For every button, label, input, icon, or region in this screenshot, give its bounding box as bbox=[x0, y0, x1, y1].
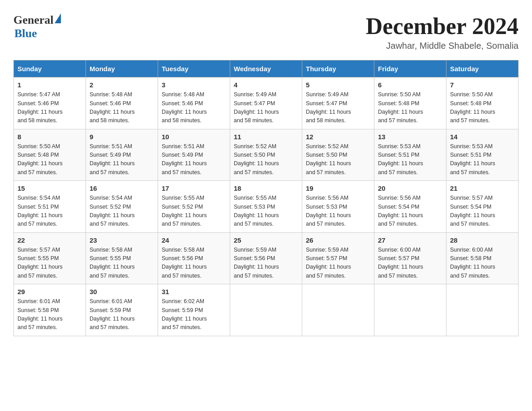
day-info: Sunrise: 5:49 AMSunset: 5:47 PMDaylight:… bbox=[234, 91, 279, 124]
day-info: Sunrise: 5:56 AMSunset: 5:54 PMDaylight:… bbox=[378, 195, 423, 227]
calendar-cell: 23 Sunrise: 5:58 AMSunset: 5:55 PMDaylig… bbox=[86, 232, 158, 284]
day-info: Sunrise: 6:02 AMSunset: 5:59 PMDaylight:… bbox=[162, 298, 207, 330]
day-number: 27 bbox=[378, 236, 442, 244]
calendar-week-row: 22 Sunrise: 5:57 AMSunset: 5:55 PMDaylig… bbox=[14, 232, 519, 284]
calendar-cell: 30 Sunrise: 6:01 AMSunset: 5:59 PMDaylig… bbox=[86, 284, 158, 336]
calendar-week-row: 1 Sunrise: 5:47 AMSunset: 5:46 PMDayligh… bbox=[14, 77, 519, 129]
day-info: Sunrise: 5:55 AMSunset: 5:52 PMDaylight:… bbox=[162, 195, 207, 227]
day-info: Sunrise: 5:52 AMSunset: 5:50 PMDaylight:… bbox=[306, 143, 351, 176]
day-number: 15 bbox=[17, 184, 82, 192]
calendar-cell: 17 Sunrise: 5:55 AMSunset: 5:52 PMDaylig… bbox=[158, 181, 230, 233]
day-number: 30 bbox=[90, 288, 154, 295]
day-info: Sunrise: 5:54 AMSunset: 5:51 PMDaylight:… bbox=[17, 195, 63, 227]
day-info: Sunrise: 5:59 AMSunset: 5:56 PMDaylight:… bbox=[234, 247, 279, 279]
title-section: December 2024 Jawhar, Middle Shabele, So… bbox=[366, 13, 519, 51]
calendar-cell: 24 Sunrise: 5:58 AMSunset: 5:56 PMDaylig… bbox=[158, 232, 230, 284]
day-number: 6 bbox=[378, 81, 442, 89]
calendar-cell: 20 Sunrise: 5:56 AMSunset: 5:54 PMDaylig… bbox=[374, 181, 446, 233]
calendar-cell: 31 Sunrise: 6:02 AMSunset: 5:59 PMDaylig… bbox=[158, 284, 230, 336]
day-info: Sunrise: 5:58 AMSunset: 5:56 PMDaylight:… bbox=[162, 247, 207, 279]
calendar-cell: 14 Sunrise: 5:53 AMSunset: 5:51 PMDaylig… bbox=[446, 129, 519, 181]
day-number: 29 bbox=[17, 288, 82, 295]
calendar-cell: 21 Sunrise: 5:57 AMSunset: 5:54 PMDaylig… bbox=[446, 181, 519, 233]
calendar-header-row: SundayMondayTuesdayWednesdayThursdayFrid… bbox=[14, 60, 519, 77]
day-number: 12 bbox=[306, 133, 370, 141]
day-info: Sunrise: 5:53 AMSunset: 5:51 PMDaylight:… bbox=[378, 143, 423, 176]
location-subtitle: Jawhar, Middle Shabele, Somalia bbox=[366, 41, 519, 51]
day-info: Sunrise: 5:50 AMSunset: 5:48 PMDaylight:… bbox=[17, 143, 63, 176]
calendar-cell: 29 Sunrise: 6:01 AMSunset: 5:58 PMDaylig… bbox=[14, 284, 86, 336]
column-header-friday: Friday bbox=[374, 60, 446, 77]
day-info: Sunrise: 6:01 AMSunset: 5:59 PMDaylight:… bbox=[90, 298, 135, 330]
day-number: 1 bbox=[17, 81, 82, 89]
day-info: Sunrise: 5:47 AMSunset: 5:46 PMDaylight:… bbox=[17, 91, 63, 124]
calendar-cell: 18 Sunrise: 5:55 AMSunset: 5:53 PMDaylig… bbox=[230, 181, 302, 233]
day-info: Sunrise: 5:48 AMSunset: 5:46 PMDaylight:… bbox=[162, 91, 207, 124]
day-number: 18 bbox=[234, 184, 298, 192]
month-title: December 2024 bbox=[366, 13, 519, 39]
calendar-cell: 27 Sunrise: 6:00 AMSunset: 5:57 PMDaylig… bbox=[374, 232, 446, 284]
calendar-cell: 10 Sunrise: 5:51 AMSunset: 5:49 PMDaylig… bbox=[158, 129, 230, 181]
calendar-cell bbox=[230, 284, 302, 336]
day-info: Sunrise: 5:50 AMSunset: 5:48 PMDaylight:… bbox=[450, 91, 495, 124]
calendar-cell: 8 Sunrise: 5:50 AMSunset: 5:48 PMDayligh… bbox=[14, 129, 86, 181]
day-number: 10 bbox=[162, 133, 226, 141]
column-header-thursday: Thursday bbox=[302, 60, 374, 77]
day-number: 22 bbox=[17, 236, 82, 244]
day-info: Sunrise: 5:55 AMSunset: 5:53 PMDaylight:… bbox=[234, 195, 279, 227]
day-info: Sunrise: 5:49 AMSunset: 5:47 PMDaylight:… bbox=[306, 91, 351, 124]
day-info: Sunrise: 5:54 AMSunset: 5:52 PMDaylight:… bbox=[90, 195, 135, 227]
column-header-wednesday: Wednesday bbox=[230, 60, 302, 77]
logo-triangle-icon bbox=[55, 13, 61, 23]
day-number: 9 bbox=[90, 133, 154, 141]
calendar-cell: 5 Sunrise: 5:49 AMSunset: 5:47 PMDayligh… bbox=[302, 77, 374, 129]
day-info: Sunrise: 5:51 AMSunset: 5:49 PMDaylight:… bbox=[90, 143, 135, 176]
calendar-cell: 6 Sunrise: 5:50 AMSunset: 5:48 PMDayligh… bbox=[374, 77, 446, 129]
day-info: Sunrise: 5:57 AMSunset: 5:54 PMDaylight:… bbox=[450, 195, 495, 227]
day-number: 13 bbox=[378, 133, 442, 141]
calendar-week-row: 8 Sunrise: 5:50 AMSunset: 5:48 PMDayligh… bbox=[14, 129, 519, 181]
calendar-table: SundayMondayTuesdayWednesdayThursdayFrid… bbox=[13, 60, 519, 336]
day-info: Sunrise: 5:50 AMSunset: 5:48 PMDaylight:… bbox=[378, 91, 423, 124]
calendar-cell bbox=[374, 284, 446, 336]
day-info: Sunrise: 5:48 AMSunset: 5:46 PMDaylight:… bbox=[90, 91, 135, 124]
day-number: 5 bbox=[306, 81, 370, 89]
day-number: 20 bbox=[378, 184, 442, 192]
calendar-cell: 19 Sunrise: 5:56 AMSunset: 5:53 PMDaylig… bbox=[302, 181, 374, 233]
calendar-cell: 15 Sunrise: 5:54 AMSunset: 5:51 PMDaylig… bbox=[14, 181, 86, 233]
calendar-cell: 25 Sunrise: 5:59 AMSunset: 5:56 PMDaylig… bbox=[230, 232, 302, 284]
column-header-sunday: Sunday bbox=[14, 60, 86, 77]
calendar-cell: 9 Sunrise: 5:51 AMSunset: 5:49 PMDayligh… bbox=[86, 129, 158, 181]
calendar-week-row: 15 Sunrise: 5:54 AMSunset: 5:51 PMDaylig… bbox=[14, 181, 519, 233]
day-number: 17 bbox=[162, 184, 226, 192]
day-number: 11 bbox=[234, 133, 298, 141]
page-header: General Blue December 2024 Jawhar, Middl… bbox=[13, 13, 519, 51]
calendar-cell: 12 Sunrise: 5:52 AMSunset: 5:50 PMDaylig… bbox=[302, 129, 374, 181]
column-header-monday: Monday bbox=[86, 60, 158, 77]
day-number: 4 bbox=[234, 81, 298, 89]
calendar-cell: 22 Sunrise: 5:57 AMSunset: 5:55 PMDaylig… bbox=[14, 232, 86, 284]
day-info: Sunrise: 5:56 AMSunset: 5:53 PMDaylight:… bbox=[306, 195, 351, 227]
calendar-cell: 7 Sunrise: 5:50 AMSunset: 5:48 PMDayligh… bbox=[446, 77, 519, 129]
logo-general-text: General bbox=[13, 13, 54, 27]
day-info: Sunrise: 6:00 AMSunset: 5:58 PMDaylight:… bbox=[450, 247, 495, 279]
calendar-cell: 2 Sunrise: 5:48 AMSunset: 5:46 PMDayligh… bbox=[86, 77, 158, 129]
day-number: 23 bbox=[90, 236, 154, 244]
day-info: Sunrise: 5:57 AMSunset: 5:55 PMDaylight:… bbox=[17, 247, 63, 279]
day-info: Sunrise: 5:53 AMSunset: 5:51 PMDaylight:… bbox=[450, 143, 495, 176]
calendar-week-row: 29 Sunrise: 6:01 AMSunset: 5:58 PMDaylig… bbox=[14, 284, 519, 336]
day-number: 28 bbox=[450, 236, 515, 244]
calendar-cell bbox=[302, 284, 374, 336]
logo-blue-text: Blue bbox=[14, 27, 37, 40]
calendar-cell: 13 Sunrise: 5:53 AMSunset: 5:51 PMDaylig… bbox=[374, 129, 446, 181]
calendar-cell: 1 Sunrise: 5:47 AMSunset: 5:46 PMDayligh… bbox=[14, 77, 86, 129]
day-info: Sunrise: 6:00 AMSunset: 5:57 PMDaylight:… bbox=[378, 247, 423, 279]
day-info: Sunrise: 5:51 AMSunset: 5:49 PMDaylight:… bbox=[162, 143, 207, 176]
day-number: 31 bbox=[162, 288, 226, 295]
day-info: Sunrise: 5:58 AMSunset: 5:55 PMDaylight:… bbox=[90, 247, 135, 279]
calendar-cell: 26 Sunrise: 5:59 AMSunset: 5:57 PMDaylig… bbox=[302, 232, 374, 284]
day-info: Sunrise: 5:59 AMSunset: 5:57 PMDaylight:… bbox=[306, 247, 351, 279]
calendar-cell: 4 Sunrise: 5:49 AMSunset: 5:47 PMDayligh… bbox=[230, 77, 302, 129]
calendar-cell: 11 Sunrise: 5:52 AMSunset: 5:50 PMDaylig… bbox=[230, 129, 302, 181]
day-number: 24 bbox=[162, 236, 226, 244]
